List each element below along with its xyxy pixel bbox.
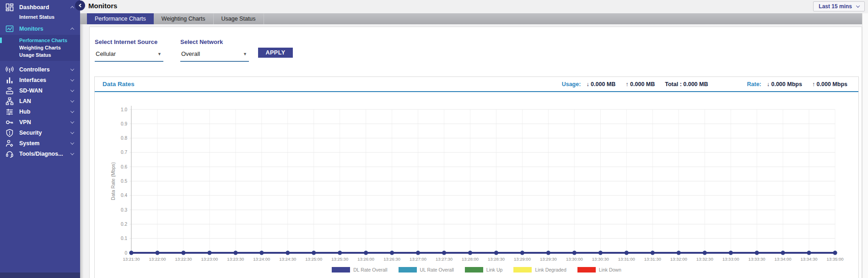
chart-legend: DL Rate OverallUL Rate OverallLink UpLin… [95,267,858,273]
network-select[interactable]: Overall ▼ [180,49,249,62]
svg-text:0.5: 0.5 [121,179,127,184]
svg-text:0.3: 0.3 [121,207,127,213]
svg-text:13:34:00: 13:34:00 [775,256,792,262]
sidebar-item-label: Interfaces [19,77,46,83]
legend-swatch [399,267,417,273]
sidebar-subitem-label: Internet Status [19,14,54,20]
usage-download: ↓ 0.000 MB [586,81,615,87]
svg-text:13:23:30: 13:23:30 [227,256,244,262]
sidebar-item-security[interactable]: Security [0,127,80,138]
sidebar-collapse-button[interactable] [75,0,85,11]
svg-text:1.0: 1.0 [121,107,127,112]
sidebar-item-tools-diagnostics[interactable]: Tools/Diagnos... [0,148,80,159]
svg-text:13:21:30: 13:21:30 [123,256,140,262]
svg-text:13:24:00: 13:24:00 [253,256,270,262]
svg-text:13:29:00: 13:29:00 [514,256,531,262]
data-rates-header: Data Rates Usage: ↓ 0.000 MB ↑ 0.000 MB … [95,77,858,92]
legend-swatch [577,267,596,273]
tab-usage-status[interactable]: Usage Status [214,13,264,24]
router-icon [5,87,14,95]
svg-text:13:34:30: 13:34:30 [801,256,818,262]
sidebar-subitem-label: Weighting Charts [19,45,61,50]
svg-text:13:33:30: 13:33:30 [749,256,766,262]
dropdown-arrow-icon: ▼ [157,52,162,56]
internet-source-select[interactable]: Cellular ▼ [95,49,163,62]
svg-text:0.4: 0.4 [121,193,127,198]
chevron-left-icon [79,4,82,7]
sliders-icon [5,108,14,116]
internet-source-group: Select Internet Source Cellular ▼ [95,38,163,62]
sidebar-item-performance-charts[interactable]: Performance Charts [0,37,80,44]
chevron-down-icon [70,88,74,92]
svg-text:13:27:30: 13:27:30 [436,256,453,262]
chevron-down-icon [70,141,74,144]
sidebar-item-label: Monitors [19,26,43,32]
svg-text:13:35:00: 13:35:00 [827,256,844,262]
rate-label: Rate: [747,81,761,87]
usage-label: Usage: [562,81,581,87]
svg-text:13:24:30: 13:24:30 [279,256,296,262]
svg-text:13:25:30: 13:25:30 [331,256,348,262]
rate-download-value: 0.000 Mbps [771,81,802,87]
legend-item: Link Degraded [513,267,566,273]
sidebar-item-vpn[interactable]: VPN [0,117,80,127]
sidebar-item-weighting-charts[interactable]: Weighting Charts [0,44,80,51]
legend-label: DL Rate Overall [353,267,387,273]
usage-total: Total : 0.000 MB [665,81,708,87]
sidebar-item-hub[interactable]: Hub [0,106,80,117]
usage-upload-value: 0.000 MB [630,81,655,87]
sidebar-item-system[interactable]: System [0,138,80,148]
svg-text:13:22:00: 13:22:00 [149,256,166,262]
rate-upload-value: 0.000 Mbps [817,81,847,87]
svg-text:0: 0 [124,251,127,256]
chevron-down-icon [70,120,74,123]
sidebar-item-label: Dashboard [19,4,49,11]
user-gear-icon [5,139,14,147]
tab-bar: Performance Charts Weighting Charts Usag… [80,13,862,24]
sidebar-item-dashboard[interactable]: Dashboard [0,2,80,12]
legend-item: DL Rate Overall [332,267,387,273]
sidebar-item-internet-status[interactable]: Internet Status [0,13,80,21]
svg-text:13:27:00: 13:27:00 [410,256,426,262]
legend-label: Link Degraded [535,267,566,273]
sidebar-item-label: System [19,140,39,147]
sidebar-item-usage-status[interactable]: Usage Status [0,51,80,59]
chevron-down-icon [70,67,74,71]
legend-item: Link Up [465,267,503,273]
apply-button[interactable]: APPLY [258,48,293,58]
usage-upload: ↑ 0.000 MB [625,81,655,87]
download-arrow-icon: ↓ [586,81,589,87]
headset-icon [5,150,14,158]
svg-text:13:28:30: 13:28:30 [488,256,505,262]
dashboard-icon [5,3,14,11]
usage-rate-stats: Usage: ↓ 0.000 MB ↑ 0.000 MB Total : 0.0… [562,81,858,87]
tab-label: Usage Status [221,16,256,22]
chart-plot: 1.00.90.80.70.60.50.40.30.20.10Data Rate… [95,92,859,278]
tab-weighting-charts[interactable]: Weighting Charts [154,13,214,24]
vertical-scrollbar[interactable] [862,13,868,278]
sidebar-item-lan[interactable]: LAN [0,96,80,106]
svg-text:13:25:00: 13:25:00 [305,256,322,262]
monitors-submenu: Performance Charts Weighting Charts Usag… [0,35,80,61]
chevron-down-icon [856,4,860,7]
data-rates-chart: 1.00.90.80.70.60.50.40.30.20.10Data Rate… [95,92,858,278]
sidebar-item-sdwan[interactable]: SD-WAN [0,85,80,96]
internet-source-label: Select Internet Source [95,38,163,45]
svg-text:13:33:00: 13:33:00 [722,256,739,262]
sidebar-footer [0,273,80,278]
svg-text:0.2: 0.2 [121,222,127,227]
sidebar-item-label: Security [19,130,42,136]
sidebar-item-interfaces[interactable]: Interfaces [0,75,80,85]
time-range-dropdown[interactable]: Last 15 mins [813,1,865,11]
sidebar-item-monitors[interactable]: Monitors [0,23,80,34]
svg-text:13:22:30: 13:22:30 [175,256,192,262]
sidebar-item-controllers[interactable]: Controllers [0,64,80,75]
tab-performance-charts[interactable]: Performance Charts [87,13,154,24]
main-content: Select Internet Source Cellular ▼ Select… [80,24,862,278]
svg-text:13:31:30: 13:31:30 [644,256,661,262]
chevron-down-icon [70,109,74,113]
legend-item: UL Rate Overall [399,267,454,273]
network-label: Select Network [180,38,249,45]
legend-label: Link Down [599,267,621,273]
svg-text:13:32:30: 13:32:30 [696,256,713,262]
